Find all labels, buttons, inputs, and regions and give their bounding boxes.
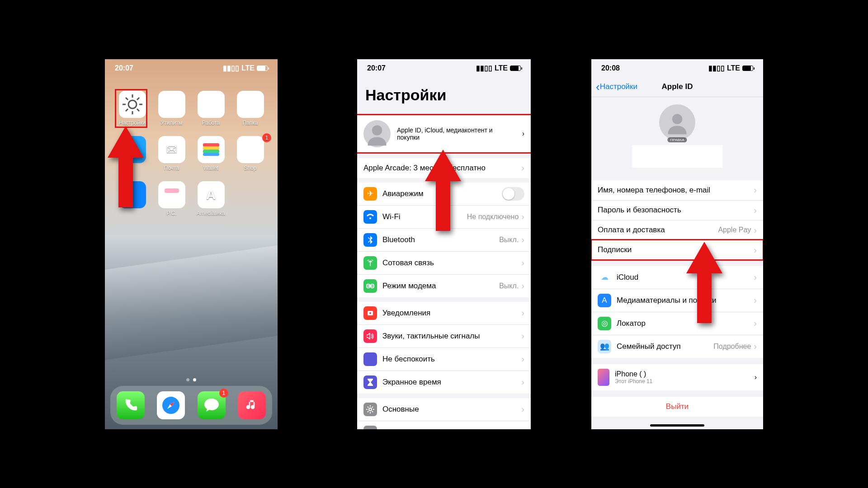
row-Не беспокоить[interactable]: Не беспокоить›: [357, 347, 531, 371]
chevron-right-icon: ›: [521, 281, 524, 291]
row-Wi-Fi[interactable]: Wi-FiНе подключено›: [357, 205, 531, 228]
row-arcade[interactable]: Apple Arcade: 3 месяца бесплатно ›: [357, 158, 531, 178]
back-button[interactable]: ‹ Настройки: [596, 82, 637, 91]
row-label: Bluetooth: [382, 235, 499, 244]
battery-icon: [742, 66, 753, 71]
row-Локатор[interactable]: ◎Локатор›: [591, 312, 763, 335]
row-Bluetooth[interactable]: BluetoothВыкл.›: [357, 228, 531, 251]
avatar-icon: [363, 120, 391, 147]
avatar-icon[interactable]: ПРАВКА: [659, 104, 695, 141]
row-Основные[interactable]: Основные›: [357, 398, 531, 421]
device-row[interactable]: iPhone ( ) Этот iPhone 11 ›: [591, 364, 763, 390]
dock-messages[interactable]: 1: [198, 391, 226, 419]
signout-group: Выйти: [591, 397, 763, 417]
pc-icon: [158, 181, 185, 208]
row-Режим модема[interactable]: Режим модемаВыкл.›: [357, 274, 531, 297]
svg-rect-11: [203, 150, 219, 153]
row-iCloud[interactable]: ☁︎iCloud›: [591, 266, 763, 289]
row-value: Подробнее: [713, 343, 751, 351]
row-Семейный доступ[interactable]: 👥Семейный доступПодробнее›: [591, 335, 763, 358]
row-Авиарежим[interactable]: ✈︎Авиарежим: [357, 183, 531, 205]
moon-icon: [363, 352, 377, 366]
row-apple-id[interactable]: Apple ID, iCloud, медиаконтент и покупки…: [357, 114, 531, 154]
row-Экранное время[interactable]: Экранное время›: [357, 371, 531, 394]
folder-icon: [237, 136, 264, 163]
network-label: LTE: [495, 64, 508, 72]
app-hidden-2[interactable]: [114, 181, 151, 216]
row-label: Подписки: [598, 245, 754, 254]
settings-icon: [119, 91, 146, 118]
devices-group: iPhone ( ) Этот iPhone 11 ›: [591, 364, 763, 390]
status-time: 20:07: [115, 64, 133, 72]
svg-line-5: [126, 98, 128, 100]
app-utilities-folder[interactable]: Утилиты: [153, 91, 190, 126]
dock-music[interactable]: [238, 391, 266, 419]
svg-line-8: [126, 109, 128, 111]
svg-line-7: [137, 98, 139, 100]
chevron-right-icon: ›: [522, 130, 524, 138]
chevron-right-icon: ›: [754, 272, 757, 282]
chevron-right-icon: ›: [521, 211, 524, 222]
status-bar: 20:07 ▮▮▯▯ LTE: [105, 59, 278, 77]
row-label: iCloud: [617, 273, 754, 282]
app-label: Работа: [202, 120, 220, 126]
nav-bar: ‹ Настройки Apple ID: [591, 77, 763, 97]
hour-icon: [363, 375, 377, 389]
folder-icon: [158, 91, 185, 118]
row-Уведомления[interactable]: Уведомления›: [357, 302, 531, 324]
◎-icon: ◎: [598, 317, 611, 330]
profile-header: ПРАВКА: [591, 97, 763, 174]
generic-icon: [119, 181, 146, 208]
app-mail[interactable]: ✉︎ Почта: [153, 136, 190, 171]
svg-rect-12: [203, 153, 219, 156]
app-wallet[interactable]: Wallet: [193, 136, 229, 171]
row-Сотовая связь[interactable]: Сотовая связь›: [357, 251, 531, 274]
row-label: Пункт управления: [382, 428, 521, 429]
app-folder[interactable]: Папка: [232, 91, 269, 126]
folder-icon: [237, 91, 264, 118]
signal-icon: ▮▮▯▯: [223, 64, 239, 72]
row-Медиаматериалы и покупки[interactable]: AМедиаматериалы и покупки›: [591, 289, 763, 312]
app-work-folder[interactable]: Работа: [193, 91, 229, 126]
chevron-right-icon: ›: [754, 205, 757, 216]
chevron-right-icon: ›: [521, 308, 524, 318]
chevron-right-icon: ›: [521, 331, 524, 341]
wallpaper-airplane: [105, 243, 278, 362]
link-icon: [363, 279, 377, 293]
row-label: Семейный доступ: [617, 342, 713, 351]
app-pc[interactable]: P.C.: [153, 181, 190, 216]
back-label: Настройки: [600, 82, 637, 91]
services-group: ☁︎iCloud›AМедиаматериалы и покупки›◎Лока…: [591, 266, 763, 358]
svg-rect-10: [203, 146, 219, 150]
wallet-icon: [198, 136, 225, 163]
phone-apple-id-screen: 20:08 ▮▮▯▯ LTE ‹ Настройки Apple ID ПРАВ…: [591, 59, 763, 429]
phone-settings-screen: 20:07 ▮▮▯▯ LTE Настройки Apple ID, iClou…: [357, 59, 531, 429]
svg-rect-14: [165, 188, 179, 193]
app-amediateka[interactable]: A Amediateka: [193, 181, 229, 216]
svg-point-26: [369, 408, 372, 411]
dock-phone[interactable]: [117, 391, 145, 419]
app-hidden-1[interactable]: [114, 136, 151, 171]
row-value: Apple Pay: [718, 226, 751, 234]
chevron-right-icon: ›: [521, 377, 524, 387]
row-Оплата и доставка[interactable]: Оплата и доставкаApple Pay›: [591, 220, 763, 240]
row-label: Уведомления: [382, 309, 521, 318]
chevron-right-icon: ›: [521, 235, 524, 245]
name-placeholder: [632, 145, 722, 168]
battery-icon: [257, 66, 268, 71]
row-Пароль и безопасность[interactable]: Пароль и безопасность›: [591, 200, 763, 220]
row-Подписки[interactable]: Подписки›: [591, 240, 763, 260]
bt-icon: [363, 233, 377, 247]
dock-safari[interactable]: [157, 391, 185, 419]
row-Пункт управления[interactable]: Пункт управления›: [357, 421, 531, 429]
row-label: Авиарежим: [382, 189, 502, 198]
row-Звуки, тактильные сигналы[interactable]: Звуки, тактильные сигналы›: [357, 324, 531, 347]
row-Имя, номера телефонов, e-mail[interactable]: Имя, номера телефонов, e-mail›: [591, 180, 763, 200]
chevron-right-icon: ›: [521, 404, 524, 414]
network-label: LTE: [727, 64, 740, 72]
toggle[interactable]: [502, 187, 524, 201]
app-settings[interactable]: Настройки: [114, 91, 151, 126]
status-bar: 20:08 ▮▮▯▯ LTE: [591, 59, 763, 77]
app-shop-folder[interactable]: 1 Shop: [232, 136, 269, 171]
signout-button[interactable]: Выйти: [591, 397, 763, 417]
